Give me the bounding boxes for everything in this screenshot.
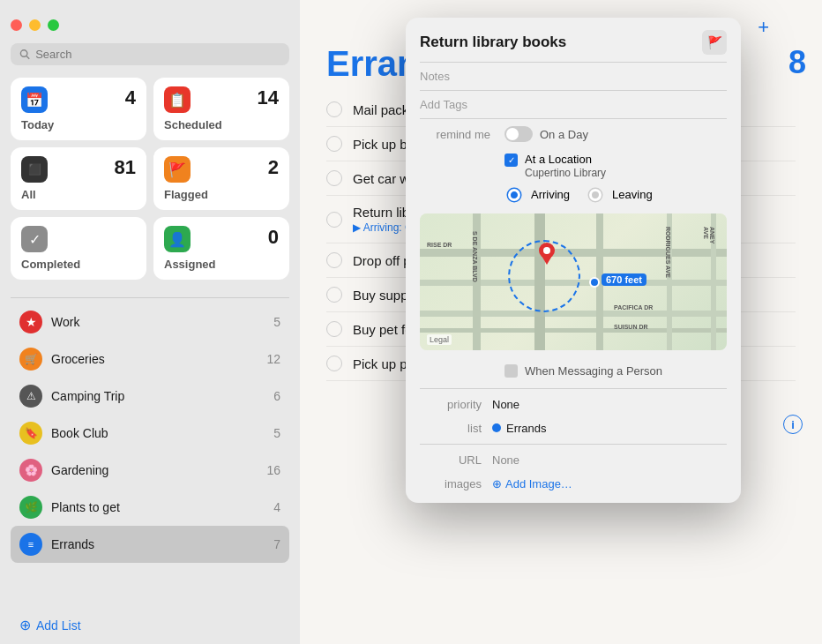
errands-count: 7 — [273, 537, 280, 551]
detail-panel: Return library books 🚩 Notes Add Tags re… — [406, 18, 741, 503]
add-reminder-button[interactable]: + — [758, 16, 769, 39]
location-name: Cupertino Library — [525, 167, 606, 179]
leaving-label: Leaving — [612, 188, 653, 201]
current-location-dot — [589, 277, 600, 288]
groceries-count: 12 — [266, 352, 280, 366]
completed-label: Completed — [21, 258, 136, 271]
flag-button[interactable]: 🚩 — [702, 30, 727, 55]
task-checkbox[interactable] — [326, 212, 342, 228]
images-row: images ⊕ Add Image… — [406, 472, 741, 503]
task-checkbox[interactable] — [326, 252, 342, 268]
groceries-label: Groceries — [51, 352, 258, 366]
sidebar-item-errands[interactable]: ≡ Errands 7 — [11, 526, 289, 563]
map-view[interactable]: S DE ANZA BLVD RODRIGUES AVE ANEY AVE RI… — [420, 213, 727, 350]
add-image-label: Add Image… — [505, 477, 572, 490]
plants-label: Plants to get — [51, 500, 265, 514]
gardening-icon: 🌸 — [19, 459, 42, 482]
groceries-icon: 🛒 — [19, 348, 42, 371]
flagged-label: Flagged — [164, 188, 279, 201]
messaging-label: When Messaging a Person — [525, 364, 662, 378]
assigned-count: 0 — [268, 226, 279, 249]
on-a-day-toggle[interactable] — [504, 126, 533, 142]
maximize-button[interactable] — [48, 19, 59, 31]
remind-me-label: remind me — [420, 128, 490, 141]
smart-tile-scheduled[interactable]: 📋 14 Scheduled — [153, 78, 289, 140]
completed-icon: ✓ — [21, 226, 48, 252]
day-badge: 8 — [788, 44, 806, 81]
svg-point-4 — [543, 247, 550, 254]
messaging-row: When Messaging a Person — [406, 357, 741, 385]
task-checkbox[interactable] — [326, 170, 342, 186]
traffic-lights — [11, 11, 289, 31]
scheduled-icon: 📋 — [164, 86, 191, 113]
leaving-radio[interactable] — [589, 189, 602, 201]
search-bar[interactable] — [11, 43, 289, 65]
scheduled-count: 14 — [258, 86, 279, 109]
smart-tile-completed[interactable]: ✓ Completed — [11, 217, 146, 280]
separator-4 — [420, 388, 727, 389]
list-meta-value: Errands — [506, 422, 547, 435]
url-value: None — [492, 453, 519, 467]
smart-tile-assigned[interactable]: 👤 0 Assigned — [153, 217, 289, 280]
task-checkbox[interactable] — [326, 287, 342, 303]
task-checkbox[interactable] — [326, 101, 342, 117]
plants-icon: 🌿 — [19, 496, 42, 519]
road-label-aney: ANEY AVE — [703, 227, 715, 243]
add-list-button[interactable]: ⊕ Add List — [11, 606, 289, 644]
map-pin — [538, 242, 556, 268]
work-label: Work — [51, 315, 265, 329]
list-row: list Errands — [406, 416, 741, 440]
smart-tile-all[interactable]: ⬛ 81 All — [11, 147, 146, 210]
add-image-button[interactable]: ⊕ Add Image… — [492, 477, 572, 490]
messaging-checkbox[interactable] — [504, 364, 518, 378]
gardening-label: Gardening — [51, 463, 258, 477]
all-icon: ⬛ — [21, 156, 48, 183]
assigned-icon: 👤 — [164, 226, 191, 252]
map-background: S DE ANZA BLVD RODRIGUES AVE ANEY AVE RI… — [420, 213, 727, 350]
remind-me-row: remind me On a Day — [406, 119, 741, 149]
sidebar-item-gardening[interactable]: 🌸 Gardening 16 — [11, 452, 289, 489]
task-checkbox[interactable] — [326, 136, 342, 152]
work-icon: ★ — [19, 311, 42, 333]
on-a-day-label: On a Day — [540, 128, 588, 141]
plants-count: 4 — [273, 500, 280, 514]
url-label: URL — [420, 453, 482, 467]
tags-placeholder: Add Tags — [420, 98, 467, 111]
bookclub-count: 5 — [273, 426, 280, 440]
road-h3 — [420, 311, 727, 317]
sidebar-item-groceries[interactable]: 🛒 Groceries 12 — [11, 341, 289, 378]
distance-label: 670 feet — [602, 273, 646, 286]
map-legal-label: Legal — [427, 334, 452, 345]
close-button[interactable] — [11, 19, 22, 31]
minimize-button[interactable] — [29, 19, 41, 31]
road-label-rodrigues: RODRIGUES AVE — [665, 227, 671, 278]
list-meta-label: list — [420, 422, 482, 435]
flagged-count: 2 — [268, 156, 279, 179]
assigned-label: Assigned — [164, 258, 279, 271]
smart-tile-today[interactable]: 📅 4 Today — [11, 78, 146, 140]
arriving-radio[interactable] — [508, 189, 520, 201]
smart-list-grid: 📅 4 Today 📋 14 Scheduled ⬛ 81 All 🚩 — [11, 78, 289, 280]
task-checkbox[interactable] — [326, 321, 342, 337]
notes-field[interactable]: Notes — [406, 63, 741, 90]
sidebar-item-work[interactable]: ★ Work 5 — [11, 303, 289, 341]
notes-placeholder: Notes — [420, 70, 450, 83]
sidebar-item-camping[interactable]: ⚠ Camping Trip 6 — [11, 378, 289, 415]
url-row: URL None — [406, 448, 741, 472]
search-input[interactable] — [35, 48, 280, 61]
priority-value: None — [492, 398, 519, 411]
smart-tile-flagged[interactable]: 🚩 2 Flagged — [153, 147, 289, 210]
sidebar-item-plants[interactable]: 🌿 Plants to get 4 — [11, 489, 289, 526]
at-location-label: At a Location — [525, 153, 592, 166]
errands-icon: ≡ — [19, 533, 42, 556]
at-location-checkbox[interactable]: ✓ — [504, 154, 518, 167]
info-button[interactable]: i — [783, 415, 803, 434]
add-image-icon: ⊕ — [492, 477, 502, 490]
all-label: All — [21, 188, 136, 201]
sidebar: 📅 4 Today 📋 14 Scheduled ⬛ 81 All 🚩 — [0, 0, 300, 644]
tags-field[interactable]: Add Tags — [406, 91, 741, 118]
svg-point-0 — [20, 50, 27, 57]
task-checkbox[interactable] — [326, 356, 342, 371]
priority-row: priority None — [406, 393, 741, 416]
sidebar-item-bookclub[interactable]: 🔖 Book Club 5 — [11, 415, 289, 452]
